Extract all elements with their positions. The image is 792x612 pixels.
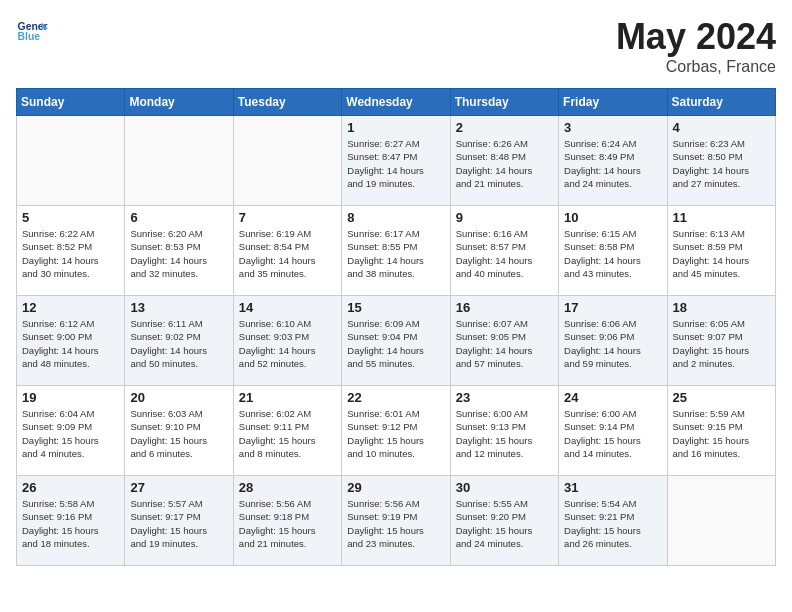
day-number: 24 [564, 390, 661, 405]
day-info: Sunrise: 6:11 AM Sunset: 9:02 PM Dayligh… [130, 317, 227, 370]
calendar-cell: 21Sunrise: 6:02 AM Sunset: 9:11 PM Dayli… [233, 386, 341, 476]
day-info: Sunrise: 6:06 AM Sunset: 9:06 PM Dayligh… [564, 317, 661, 370]
day-number: 2 [456, 120, 553, 135]
calendar-cell: 5Sunrise: 6:22 AM Sunset: 8:52 PM Daylig… [17, 206, 125, 296]
calendar-cell: 9Sunrise: 6:16 AM Sunset: 8:57 PM Daylig… [450, 206, 558, 296]
calendar-cell: 10Sunrise: 6:15 AM Sunset: 8:58 PM Dayli… [559, 206, 667, 296]
calendar-cell: 29Sunrise: 5:56 AM Sunset: 9:19 PM Dayli… [342, 476, 450, 566]
day-number: 28 [239, 480, 336, 495]
day-info: Sunrise: 6:03 AM Sunset: 9:10 PM Dayligh… [130, 407, 227, 460]
day-info: Sunrise: 6:09 AM Sunset: 9:04 PM Dayligh… [347, 317, 444, 370]
day-info: Sunrise: 6:07 AM Sunset: 9:05 PM Dayligh… [456, 317, 553, 370]
calendar-cell: 3Sunrise: 6:24 AM Sunset: 8:49 PM Daylig… [559, 116, 667, 206]
month-title: May 2024 [616, 16, 776, 58]
calendar-cell: 23Sunrise: 6:00 AM Sunset: 9:13 PM Dayli… [450, 386, 558, 476]
week-row-2: 5Sunrise: 6:22 AM Sunset: 8:52 PM Daylig… [17, 206, 776, 296]
day-number: 5 [22, 210, 119, 225]
weekday-friday: Friday [559, 89, 667, 116]
day-info: Sunrise: 5:57 AM Sunset: 9:17 PM Dayligh… [130, 497, 227, 550]
day-number: 26 [22, 480, 119, 495]
calendar-cell: 17Sunrise: 6:06 AM Sunset: 9:06 PM Dayli… [559, 296, 667, 386]
day-info: Sunrise: 6:16 AM Sunset: 8:57 PM Dayligh… [456, 227, 553, 280]
calendar-cell: 31Sunrise: 5:54 AM Sunset: 9:21 PM Dayli… [559, 476, 667, 566]
calendar-cell [17, 116, 125, 206]
day-number: 1 [347, 120, 444, 135]
day-number: 3 [564, 120, 661, 135]
weekday-sunday: Sunday [17, 89, 125, 116]
day-number: 14 [239, 300, 336, 315]
day-number: 17 [564, 300, 661, 315]
day-info: Sunrise: 6:13 AM Sunset: 8:59 PM Dayligh… [673, 227, 770, 280]
day-number: 13 [130, 300, 227, 315]
day-info: Sunrise: 6:27 AM Sunset: 8:47 PM Dayligh… [347, 137, 444, 190]
day-number: 6 [130, 210, 227, 225]
calendar-cell: 20Sunrise: 6:03 AM Sunset: 9:10 PM Dayli… [125, 386, 233, 476]
calendar-cell: 4Sunrise: 6:23 AM Sunset: 8:50 PM Daylig… [667, 116, 775, 206]
calendar-cell: 13Sunrise: 6:11 AM Sunset: 9:02 PM Dayli… [125, 296, 233, 386]
calendar-cell: 25Sunrise: 5:59 AM Sunset: 9:15 PM Dayli… [667, 386, 775, 476]
week-row-1: 1Sunrise: 6:27 AM Sunset: 8:47 PM Daylig… [17, 116, 776, 206]
day-info: Sunrise: 5:55 AM Sunset: 9:20 PM Dayligh… [456, 497, 553, 550]
weekday-saturday: Saturday [667, 89, 775, 116]
logo: General Blue [16, 16, 48, 48]
day-info: Sunrise: 6:19 AM Sunset: 8:54 PM Dayligh… [239, 227, 336, 280]
day-number: 12 [22, 300, 119, 315]
calendar-cell: 15Sunrise: 6:09 AM Sunset: 9:04 PM Dayli… [342, 296, 450, 386]
day-number: 18 [673, 300, 770, 315]
day-info: Sunrise: 6:00 AM Sunset: 9:14 PM Dayligh… [564, 407, 661, 460]
week-row-3: 12Sunrise: 6:12 AM Sunset: 9:00 PM Dayli… [17, 296, 776, 386]
day-info: Sunrise: 6:26 AM Sunset: 8:48 PM Dayligh… [456, 137, 553, 190]
day-number: 10 [564, 210, 661, 225]
calendar-cell: 26Sunrise: 5:58 AM Sunset: 9:16 PM Dayli… [17, 476, 125, 566]
day-info: Sunrise: 6:17 AM Sunset: 8:55 PM Dayligh… [347, 227, 444, 280]
day-number: 21 [239, 390, 336, 405]
day-number: 8 [347, 210, 444, 225]
day-info: Sunrise: 6:12 AM Sunset: 9:00 PM Dayligh… [22, 317, 119, 370]
calendar-table: SundayMondayTuesdayWednesdayThursdayFrid… [16, 88, 776, 566]
weekday-monday: Monday [125, 89, 233, 116]
calendar-cell: 24Sunrise: 6:00 AM Sunset: 9:14 PM Dayli… [559, 386, 667, 476]
calendar-cell: 11Sunrise: 6:13 AM Sunset: 8:59 PM Dayli… [667, 206, 775, 296]
weekday-thursday: Thursday [450, 89, 558, 116]
day-number: 9 [456, 210, 553, 225]
svg-text:Blue: Blue [18, 31, 41, 42]
calendar-cell: 27Sunrise: 5:57 AM Sunset: 9:17 PM Dayli… [125, 476, 233, 566]
day-number: 29 [347, 480, 444, 495]
day-info: Sunrise: 6:20 AM Sunset: 8:53 PM Dayligh… [130, 227, 227, 280]
calendar-cell: 1Sunrise: 6:27 AM Sunset: 8:47 PM Daylig… [342, 116, 450, 206]
day-number: 23 [456, 390, 553, 405]
calendar-cell: 22Sunrise: 6:01 AM Sunset: 9:12 PM Dayli… [342, 386, 450, 476]
day-info: Sunrise: 6:10 AM Sunset: 9:03 PM Dayligh… [239, 317, 336, 370]
week-row-4: 19Sunrise: 6:04 AM Sunset: 9:09 PM Dayli… [17, 386, 776, 476]
calendar-cell: 8Sunrise: 6:17 AM Sunset: 8:55 PM Daylig… [342, 206, 450, 296]
calendar-cell: 19Sunrise: 6:04 AM Sunset: 9:09 PM Dayli… [17, 386, 125, 476]
day-number: 16 [456, 300, 553, 315]
day-info: Sunrise: 6:00 AM Sunset: 9:13 PM Dayligh… [456, 407, 553, 460]
day-number: 22 [347, 390, 444, 405]
day-number: 20 [130, 390, 227, 405]
day-info: Sunrise: 6:24 AM Sunset: 8:49 PM Dayligh… [564, 137, 661, 190]
location: Corbas, France [616, 58, 776, 76]
calendar-cell: 7Sunrise: 6:19 AM Sunset: 8:54 PM Daylig… [233, 206, 341, 296]
calendar-cell [125, 116, 233, 206]
day-number: 25 [673, 390, 770, 405]
weekday-wednesday: Wednesday [342, 89, 450, 116]
calendar-cell: 16Sunrise: 6:07 AM Sunset: 9:05 PM Dayli… [450, 296, 558, 386]
calendar-cell [233, 116, 341, 206]
calendar-cell: 2Sunrise: 6:26 AM Sunset: 8:48 PM Daylig… [450, 116, 558, 206]
day-number: 11 [673, 210, 770, 225]
calendar-cell: 6Sunrise: 6:20 AM Sunset: 8:53 PM Daylig… [125, 206, 233, 296]
day-info: Sunrise: 6:05 AM Sunset: 9:07 PM Dayligh… [673, 317, 770, 370]
day-number: 30 [456, 480, 553, 495]
page-header: General Blue May 2024 Corbas, France [16, 16, 776, 76]
day-number: 31 [564, 480, 661, 495]
calendar-cell: 28Sunrise: 5:56 AM Sunset: 9:18 PM Dayli… [233, 476, 341, 566]
day-info: Sunrise: 5:59 AM Sunset: 9:15 PM Dayligh… [673, 407, 770, 460]
weekday-header-row: SundayMondayTuesdayWednesdayThursdayFrid… [17, 89, 776, 116]
day-number: 27 [130, 480, 227, 495]
day-info: Sunrise: 6:04 AM Sunset: 9:09 PM Dayligh… [22, 407, 119, 460]
day-info: Sunrise: 5:54 AM Sunset: 9:21 PM Dayligh… [564, 497, 661, 550]
calendar-cell: 30Sunrise: 5:55 AM Sunset: 9:20 PM Dayli… [450, 476, 558, 566]
day-info: Sunrise: 5:58 AM Sunset: 9:16 PM Dayligh… [22, 497, 119, 550]
title-block: May 2024 Corbas, France [616, 16, 776, 76]
